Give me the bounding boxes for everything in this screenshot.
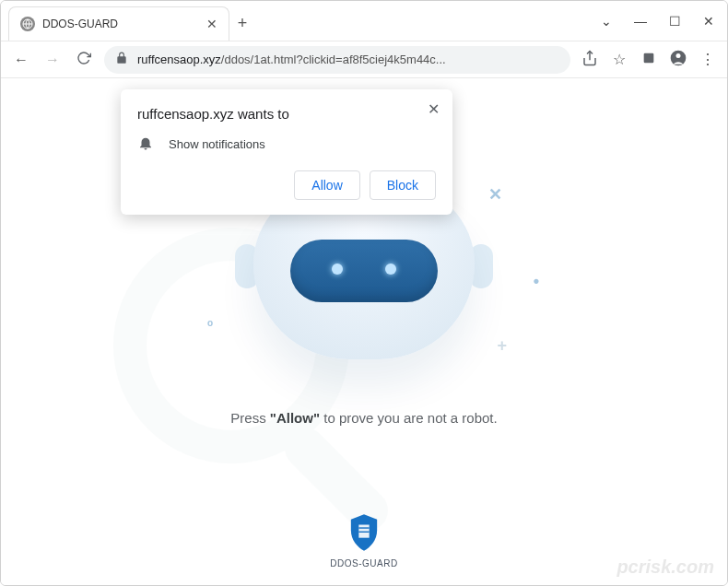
dialog-close-icon[interactable]: ✕: [428, 100, 440, 118]
dialog-title: ruffcensaop.xyz wants to: [137, 106, 436, 122]
caret-down-icon[interactable]: ⌄: [601, 14, 612, 29]
forward-button[interactable]: →: [41, 52, 64, 68]
permission-row: Show notifications: [137, 135, 436, 154]
minimize-button[interactable]: —: [634, 14, 647, 29]
instruction-text: Press "Allow" to prove you are not a rob…: [1, 410, 727, 426]
reload-button[interactable]: [73, 51, 95, 69]
star-icon[interactable]: ☆: [609, 51, 629, 68]
back-button[interactable]: ←: [10, 52, 32, 68]
block-button[interactable]: Block: [370, 170, 436, 200]
allow-button[interactable]: Allow: [294, 170, 359, 200]
bell-icon: [137, 135, 154, 154]
shield-icon: [348, 514, 380, 555]
tab-title: DDOS-GUARD: [42, 18, 199, 30]
notification-permission-dialog: ✕ ruffcensaop.xyz wants to Show notifica…: [121, 89, 452, 215]
svg-point-4: [676, 53, 681, 58]
profile-icon[interactable]: [668, 49, 688, 71]
globe-icon: [20, 17, 35, 31]
extensions-icon[interactable]: [639, 51, 659, 69]
titlebar: DDOS-GUARD ✕ + ⌄ — ☐ ✕: [1, 1, 727, 41]
address-bar[interactable]: ruffcensaop.xyz/ddos/1at.html?clickid=af…: [104, 46, 570, 74]
tab-close-icon[interactable]: ✕: [206, 17, 217, 31]
svg-rect-9: [358, 532, 369, 533]
window-close-button[interactable]: ✕: [703, 14, 714, 29]
browser-toolbar: ← → ruffcensaop.xyz/ddos/1at.html?clicki…: [1, 41, 727, 78]
svg-rect-8: [358, 527, 369, 528]
lock-icon: [115, 52, 128, 68]
window-controls: ⌄ — ☐ ✕: [601, 1, 727, 41]
browser-tab[interactable]: DDOS-GUARD ✕: [8, 6, 229, 41]
share-icon[interactable]: [580, 50, 600, 70]
page-content: ✕ ruffcensaop.xyz wants to Show notifica…: [1, 78, 727, 586]
page-footer: DDOS-GUARD: [1, 514, 727, 568]
permission-text: Show notifications: [169, 137, 265, 151]
maximize-button[interactable]: ☐: [669, 14, 681, 29]
new-tab-button[interactable]: +: [229, 6, 255, 41]
footer-label: DDOS-GUARD: [1, 558, 727, 568]
svg-rect-2: [644, 53, 654, 63]
menu-icon[interactable]: ⋮: [698, 51, 718, 68]
url-text: ruffcensaop.xyz/ddos/1at.html?clickid=af…: [137, 53, 559, 66]
